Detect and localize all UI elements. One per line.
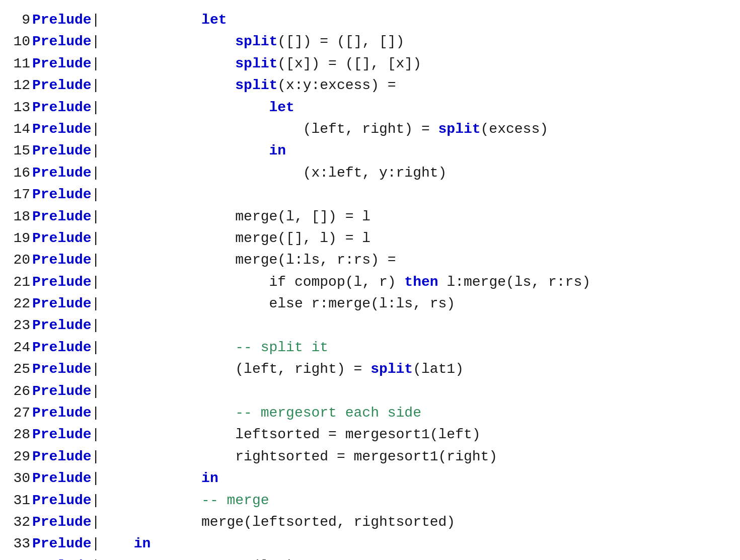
line-number: 16 <box>10 162 30 184</box>
code-line: 12Prelude| split(x:y:excess) = <box>0 74 740 96</box>
line-content: merge(leftsorted, rightsorted) <box>100 511 730 533</box>
code-line: 32Prelude| merge(leftsorted, rightsorted… <box>0 511 740 533</box>
code-token <box>100 34 235 49</box>
prompt-label: Prelude| <box>32 293 100 314</box>
line-content: rightsorted = mergesort1(right) <box>100 446 730 467</box>
code-line: 11Prelude| split([x]) = ([], [x]) <box>0 53 740 74</box>
prompt-label: Prelude| <box>32 402 100 424</box>
line-content: if compop(l, r) then l:merge(ls, r:rs) <box>100 271 730 293</box>
code-token: (lat1) <box>413 361 464 377</box>
prompt-label: Prelude| <box>32 490 100 511</box>
line-number: 18 <box>10 206 30 227</box>
code-token: rightsorted = mergesort1(right) <box>100 449 497 464</box>
prompt-label: Prelude| <box>32 467 100 489</box>
code-token <box>100 143 269 158</box>
code-token: (excess) <box>481 121 548 137</box>
line-number: 10 <box>10 31 30 52</box>
prelude-text: Prelude <box>32 187 92 202</box>
prelude-text: Prelude <box>32 100 92 115</box>
pipe-char: | <box>92 536 100 551</box>
line-number: 33 <box>10 533 30 554</box>
code-token: (x:y:excess) = <box>277 77 396 93</box>
line-number: 11 <box>10 53 30 74</box>
code-token: merge(l:ls, r:rs) = <box>100 252 396 268</box>
code-token <box>100 100 269 115</box>
prelude-text: Prelude <box>32 317 92 333</box>
line-number: 12 <box>10 74 30 96</box>
code-token: let <box>201 12 227 28</box>
pipe-char: | <box>92 56 100 71</box>
prompt-label: Prelude| <box>32 118 100 140</box>
prompt-label: Prelude| <box>32 424 100 445</box>
code-token: split <box>235 34 277 49</box>
prompt-label: Prelude| <box>32 9 100 31</box>
line-number: 25 <box>10 358 30 380</box>
code-token: then <box>404 274 438 290</box>
line-number: 32 <box>10 511 30 533</box>
prelude-text: Prelude <box>32 449 92 464</box>
code-token <box>100 296 269 311</box>
line-number: 34 <box>10 555 30 560</box>
line-content: merge(l, []) = l <box>100 206 730 227</box>
code-token: if <box>269 274 286 290</box>
code-token: in <box>134 536 151 551</box>
line-content: (left, right) = split(excess) <box>100 118 730 140</box>
code-line: 15Prelude| in <box>0 140 740 162</box>
pipe-char: | <box>92 274 100 290</box>
prelude-text: Prelude <box>32 493 92 508</box>
code-token <box>100 77 235 93</box>
prelude-text: Prelude <box>32 12 92 28</box>
line-number: 27 <box>10 402 30 424</box>
code-token <box>100 56 235 71</box>
code-token <box>100 340 235 355</box>
pipe-char: | <box>92 317 100 333</box>
code-token <box>100 274 269 290</box>
code-line: 17Prelude| <box>0 184 740 205</box>
code-token: compop(l, r) <box>286 274 404 290</box>
line-content: in <box>100 533 730 554</box>
pipe-char: | <box>92 34 100 49</box>
pipe-char: | <box>92 77 100 93</box>
code-token: leftsorted = mergesort1(left) <box>100 427 480 442</box>
code-line: 25Prelude| (left, right) = split(lat1) <box>0 358 740 380</box>
code-token: mergesort1(lat) <box>100 558 294 560</box>
code-line: 31Prelude| -- merge <box>0 490 740 511</box>
prelude-text: Prelude <box>32 296 92 311</box>
pipe-char: | <box>92 470 100 486</box>
code-token <box>100 493 201 508</box>
pipe-char: | <box>92 383 100 399</box>
code-token: split <box>438 121 481 137</box>
prompt-label: Prelude| <box>32 249 100 271</box>
prompt-label: Prelude| <box>32 533 100 554</box>
code-token <box>100 12 201 28</box>
line-number: 9 <box>10 9 30 31</box>
prompt-label: Prelude| <box>32 53 100 74</box>
prelude-text: Prelude <box>32 56 92 71</box>
prompt-label: Prelude| <box>32 511 100 533</box>
code-token: merge(l, []) = l <box>100 209 371 224</box>
line-content: split(x:y:excess) = <box>100 74 730 96</box>
code-line: 29Prelude| rightsorted = mergesort1(righ… <box>0 446 740 467</box>
code-line: 33Prelude| in <box>0 533 740 554</box>
line-content: merge(l:ls, r:rs) = <box>100 249 730 271</box>
code-editor: 9Prelude| let10Prelude| split([]) = ([],… <box>0 5 740 560</box>
code-token: ([]) = ([], []) <box>277 34 404 49</box>
pipe-char: | <box>92 165 100 181</box>
line-content: leftsorted = mergesort1(left) <box>100 424 730 445</box>
prelude-text: Prelude <box>32 427 92 442</box>
code-line: 10Prelude| split([]) = ([], []) <box>0 31 740 52</box>
prompt-label: Prelude| <box>32 446 100 467</box>
line-number: 14 <box>10 118 30 140</box>
code-line: 24Prelude| -- split it <box>0 337 740 358</box>
code-line: 30Prelude| in <box>0 467 740 489</box>
code-token: -- mergesort each side <box>235 405 421 421</box>
pipe-char: | <box>92 296 100 311</box>
pipe-char: | <box>92 230 100 246</box>
prelude-text: Prelude <box>32 165 92 181</box>
line-number: 17 <box>10 184 30 205</box>
code-token: merge(leftsorted, rightsorted) <box>100 514 455 530</box>
prompt-label: Prelude| <box>32 555 100 560</box>
line-content: split([]) = ([], []) <box>100 31 730 52</box>
line-content: (left, right) = split(lat1) <box>100 358 730 380</box>
pipe-char: | <box>92 405 100 421</box>
